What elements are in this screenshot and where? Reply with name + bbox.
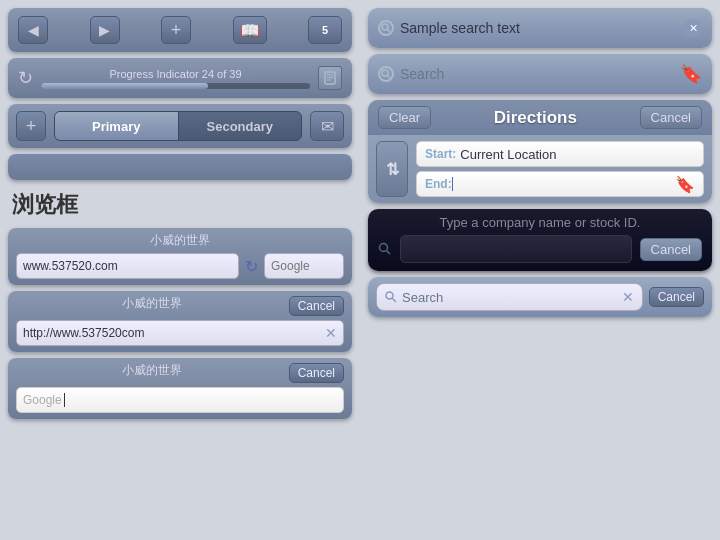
search-input-area: Search ✕ — [376, 283, 643, 311]
progress-track — [41, 83, 310, 89]
clear-search-button-1[interactable]: ✕ — [684, 19, 702, 37]
progress-info: Progress Indicator 24 of 39 — [41, 68, 310, 89]
end-bookmark-icon[interactable]: 🔖 — [675, 175, 695, 194]
search-icon-3 — [385, 291, 397, 303]
bookmarks-button[interactable]: 📖 — [233, 16, 267, 44]
google-placeholder-3: Google — [23, 393, 62, 407]
toolbar-plus-button[interactable]: + — [16, 111, 46, 141]
swap-icon: ⇅ — [386, 160, 399, 179]
stock-search-input[interactable] — [400, 235, 632, 263]
progress-label: Progress Indicator 24 of 39 — [109, 68, 241, 80]
search-icon-2 — [378, 66, 394, 82]
directions-panel: Clear Directions Cancel ⇅ Start: Current… — [368, 100, 712, 203]
search-placeholder-2: Search — [400, 66, 674, 82]
action-icon: ✉ — [321, 117, 334, 136]
refresh-button[interactable]: ↻ — [18, 67, 33, 89]
status-bar — [8, 154, 352, 180]
browser-header-3: 小威的世界 Cancel — [16, 362, 344, 383]
page-icon-button[interactable] — [318, 66, 342, 90]
search-bar-1: Sample search text ✕ — [368, 8, 712, 48]
left-panel: ◀ ▶ + 📖 5 ↻ Progress Indicator 24 of 39 — [0, 0, 360, 540]
start-label: Start: — [425, 147, 456, 161]
svg-point-6 — [382, 70, 388, 76]
progress-fill — [41, 83, 208, 89]
svg-line-5 — [388, 30, 391, 33]
browser-cancel-2[interactable]: Cancel — [289, 296, 344, 316]
right-panel: Sample search text ✕ Search 🔖 Clear Dire… — [360, 0, 720, 540]
browser-title-1: 小威的世界 — [16, 232, 344, 249]
search-cancel-button[interactable]: Cancel — [649, 287, 704, 307]
end-field[interactable]: End: 🔖 — [416, 171, 704, 197]
tabs-badge-button[interactable]: 5 — [308, 16, 342, 44]
svg-line-11 — [392, 298, 396, 302]
secondary-segment[interactable]: Secondary — [179, 112, 302, 140]
forward-icon: ▶ — [99, 22, 110, 38]
clear-url-button[interactable]: ✕ — [325, 325, 337, 341]
directions-cancel-button[interactable]: Cancel — [640, 106, 702, 129]
end-label: End: — [425, 177, 452, 191]
google-search-input-1[interactable] — [264, 253, 344, 279]
plus-icon: + — [171, 20, 182, 41]
browser-frame-1: 小威的世界 ↻ — [8, 228, 352, 285]
secondary-label: Secondary — [207, 119, 273, 134]
directions-title: Directions — [494, 108, 577, 128]
back-button[interactable]: ◀ — [18, 16, 48, 44]
svg-point-4 — [382, 24, 388, 30]
browser-inputs-1: ↻ — [16, 253, 344, 279]
google-input-3[interactable]: Google — [16, 387, 344, 413]
svg-line-7 — [388, 76, 391, 79]
stock-input-row: Cancel — [378, 235, 702, 263]
url-text-2: http://www.537520com — [23, 326, 144, 340]
action-button[interactable]: ✉ — [310, 111, 344, 141]
book-icon: 📖 — [240, 21, 260, 40]
bookmark-icon[interactable]: 🔖 — [680, 63, 702, 85]
stock-cancel-button[interactable]: Cancel — [640, 238, 702, 261]
back-icon: ◀ — [28, 22, 39, 38]
stock-hint: Type a company name or stock ID. — [378, 215, 702, 230]
primary-label: Primary — [92, 119, 140, 134]
clear-search-button-3[interactable]: ✕ — [622, 289, 634, 305]
url-display-2[interactable]: http://www.537520com ✕ — [16, 320, 344, 346]
primary-segment[interactable]: Primary — [55, 112, 178, 140]
toolbar-plus-icon: + — [26, 116, 37, 137]
svg-point-10 — [386, 292, 393, 299]
end-cursor — [452, 177, 453, 191]
toolbar: + Primary Secondary ✉ — [8, 104, 352, 148]
svg-point-8 — [380, 244, 388, 252]
browser-title-2: 小威的世界 — [16, 295, 289, 312]
search-icon-1 — [378, 20, 394, 36]
directions-clear-button[interactable]: Clear — [378, 106, 431, 129]
browser-cancel-3[interactable]: Cancel — [289, 363, 344, 383]
directions-fields: Start: Current Location End: 🔖 — [416, 141, 704, 197]
segmented-control: Primary Secondary — [54, 111, 302, 141]
start-field[interactable]: Start: Current Location — [416, 141, 704, 167]
stock-search-icon — [378, 242, 392, 256]
browser-title-3: 小威的世界 — [16, 362, 289, 379]
browser-header-2: 小威的世界 Cancel — [16, 295, 344, 316]
nav-bar: ◀ ▶ + 📖 5 — [8, 8, 352, 52]
start-value: Current Location — [460, 147, 695, 162]
section-title: 浏览框 — [8, 186, 352, 222]
cursor-3 — [64, 393, 65, 407]
browser-frame-2: 小威的世界 Cancel http://www.537520com ✕ — [8, 291, 352, 352]
search-bar-2: Search 🔖 — [368, 54, 712, 94]
search-cancel-bar: Search ✕ Cancel — [368, 277, 712, 317]
url-input-1[interactable] — [16, 253, 239, 279]
directions-body: ⇅ Start: Current Location End: 🔖 — [368, 135, 712, 203]
forward-button[interactable]: ▶ — [90, 16, 120, 44]
browser-refresh-icon[interactable]: ↻ — [245, 257, 258, 276]
directions-header: Clear Directions Cancel — [368, 100, 712, 135]
stock-panel: Type a company name or stock ID. Cancel — [368, 209, 712, 271]
add-tab-button[interactable]: + — [161, 16, 191, 44]
page-icon — [323, 71, 337, 85]
badge-label: 5 — [322, 24, 328, 36]
directions-swap-button[interactable]: ⇅ — [376, 141, 408, 197]
progress-bar: ↻ Progress Indicator 24 of 39 — [8, 58, 352, 98]
search-value-1: Sample search text — [400, 20, 678, 36]
svg-line-9 — [387, 251, 391, 255]
browser-frame-3: 小威的世界 Cancel Google — [8, 358, 352, 419]
search-placeholder-3: Search — [402, 290, 617, 305]
